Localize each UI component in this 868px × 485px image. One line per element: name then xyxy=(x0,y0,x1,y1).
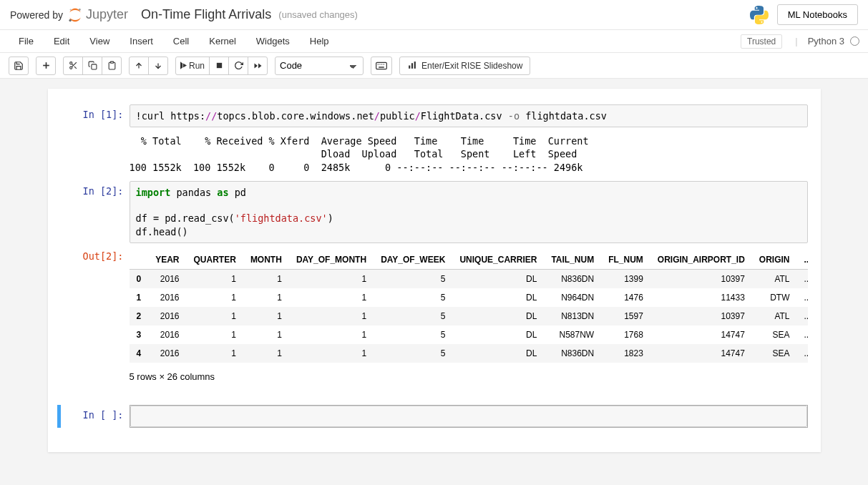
run-icon xyxy=(180,62,187,69)
column-header: QUARTER xyxy=(187,250,243,270)
run-button-label: Run xyxy=(189,61,205,71)
cell-in-prompt: In [2]: xyxy=(61,181,130,243)
svg-point-6 xyxy=(69,67,72,69)
fast-forward-icon xyxy=(253,62,263,70)
menu-edit[interactable]: Edit xyxy=(44,33,79,49)
code-input[interactable] xyxy=(130,406,807,427)
jupyter-logo[interactable]: Jupyter xyxy=(67,7,128,23)
table-row: 020161115DLN836DN139910397ATL... xyxy=(130,269,808,288)
menu-file[interactable]: File xyxy=(9,33,44,49)
menu-kernel[interactable]: Kernel xyxy=(199,33,246,49)
restart-run-all-button[interactable] xyxy=(248,57,268,75)
svg-rect-16 xyxy=(216,63,221,68)
interrupt-button[interactable] xyxy=(209,57,229,75)
restart-button[interactable] xyxy=(228,57,248,75)
svg-marker-14 xyxy=(180,62,182,69)
notebook-container: In [1]: !curl https://topcs.blob.core.wi… xyxy=(0,79,868,485)
menu-cell[interactable]: Cell xyxy=(163,33,199,49)
row-index: 1 xyxy=(130,288,149,307)
paste-button[interactable] xyxy=(102,57,122,75)
code-cell[interactable]: In [1]: !curl https://topcs.blob.core.wi… xyxy=(61,104,808,127)
notebook-header: Powered by Jupyter On-Time Flight Arriva… xyxy=(0,0,868,30)
horizontal-scrollbar[interactable] xyxy=(130,388,808,398)
unsaved-changes-label: (unsaved changes) xyxy=(278,9,358,20)
paste-icon xyxy=(107,61,117,70)
svg-point-5 xyxy=(69,62,72,64)
cell-output: % Total % Received % Xferd Average Speed… xyxy=(61,130,808,178)
table-row: 320161115DLN587NW176814747SEA... xyxy=(130,325,808,344)
column-header: ... xyxy=(797,250,808,270)
add-cell-button[interactable] xyxy=(36,57,56,75)
trusted-indicator[interactable]: Trusted xyxy=(741,34,782,49)
svg-rect-19 xyxy=(376,62,387,69)
run-button[interactable]: Run xyxy=(175,57,210,75)
code-cell[interactable]: In [2]: import pandas as pd df = pd.read… xyxy=(61,181,808,243)
cell-output: Out[2]: YEARQUARTERMONTHDAY_OF_MONTHDAY_… xyxy=(61,246,808,398)
code-cell[interactable]: In [ ]: xyxy=(61,405,808,428)
login-button[interactable]: ML Notebooks xyxy=(777,4,858,25)
column-header: DAY_OF_MONTH xyxy=(289,250,374,270)
code-input[interactable]: !curl https://topcs.blob.core.windows.ne… xyxy=(130,104,808,127)
restart-icon xyxy=(234,61,243,70)
command-palette-button[interactable] xyxy=(371,57,392,75)
notebook-inner: In [1]: !curl https://topcs.blob.core.wi… xyxy=(48,89,821,452)
table-row: 420161115DLN836DN182314747SEA... xyxy=(130,344,808,363)
svg-point-0 xyxy=(79,9,81,11)
python-kernel-icon xyxy=(750,3,769,26)
svg-point-1 xyxy=(69,19,71,21)
kernel-idle-icon xyxy=(850,36,859,46)
plus-icon xyxy=(42,61,51,70)
copy-button[interactable] xyxy=(82,57,102,75)
row-index: 3 xyxy=(130,325,149,344)
cell-in-prompt: In [ ]: xyxy=(61,405,130,428)
rise-button-label: Enter/Exit RISE Slideshow xyxy=(421,61,522,71)
move-up-button[interactable] xyxy=(129,57,149,75)
arrow-down-icon xyxy=(154,62,162,70)
svg-marker-17 xyxy=(258,63,262,68)
code-input[interactable]: import pandas as pd df = pd.read_csv('fl… xyxy=(130,181,808,243)
rise-slideshow-button[interactable]: Enter/Exit RISE Slideshow xyxy=(399,57,530,75)
menu-widgets[interactable]: Widgets xyxy=(246,33,300,49)
row-index: 4 xyxy=(130,344,149,363)
svg-marker-18 xyxy=(254,63,258,68)
svg-rect-10 xyxy=(91,64,96,69)
cell-type-select[interactable]: CodeMarkdownRaw NBConvertHeading xyxy=(275,57,364,75)
dataframe-table: YEARQUARTERMONTHDAY_OF_MONTHDAY_OF_WEEKU… xyxy=(130,250,808,363)
table-row: 220161115DLN813DN159710397ATL... xyxy=(130,307,808,325)
bar-chart-icon xyxy=(407,61,417,70)
column-header: FL_NUM xyxy=(601,250,650,270)
svg-line-9 xyxy=(72,64,73,65)
svg-rect-11 xyxy=(110,62,113,63)
save-button[interactable] xyxy=(9,57,29,75)
svg-line-8 xyxy=(74,67,76,69)
row-index: 2 xyxy=(130,307,149,325)
row-index: 0 xyxy=(130,269,149,288)
menubar: FileEditViewInsertCellKernelWidgetsHelp … xyxy=(0,30,868,53)
column-header: ORIGIN_AIRPORT_ID xyxy=(650,250,752,270)
kernel-indicator[interactable]: Python 3 xyxy=(808,36,859,46)
svg-rect-25 xyxy=(409,66,410,69)
move-down-button[interactable] xyxy=(148,57,168,75)
svg-rect-27 xyxy=(414,62,416,69)
cell-in-prompt: In [1]: xyxy=(61,104,130,127)
keyboard-icon xyxy=(376,62,387,70)
kernel-name: Python 3 xyxy=(808,36,844,46)
column-header: ORIGIN xyxy=(752,250,797,270)
menu-view[interactable]: View xyxy=(79,33,120,49)
table-row: 120161115DLN964DN147611433DTW... xyxy=(130,288,808,307)
svg-point-2 xyxy=(70,9,72,10)
svg-rect-26 xyxy=(411,63,413,69)
menu-help[interactable]: Help xyxy=(300,33,339,49)
copy-icon xyxy=(88,61,97,70)
cell-out-prompt: Out[2]: xyxy=(61,246,130,398)
menu-insert[interactable]: Insert xyxy=(120,33,163,49)
save-icon xyxy=(14,61,24,71)
svg-marker-15 xyxy=(183,64,187,68)
jupyter-label: Jupyter xyxy=(86,7,128,22)
toolbar: Run CodeMarkdownRaw NBConvertHeading Ent… xyxy=(0,53,868,79)
column-header: TAIL_NUM xyxy=(544,250,601,270)
notebook-name[interactable]: On-Time Flight Arrivals xyxy=(141,7,271,22)
cut-button[interactable] xyxy=(63,57,83,75)
jupyter-icon xyxy=(67,7,83,23)
output-text: % Total % Received % Xferd Average Speed… xyxy=(130,130,808,178)
